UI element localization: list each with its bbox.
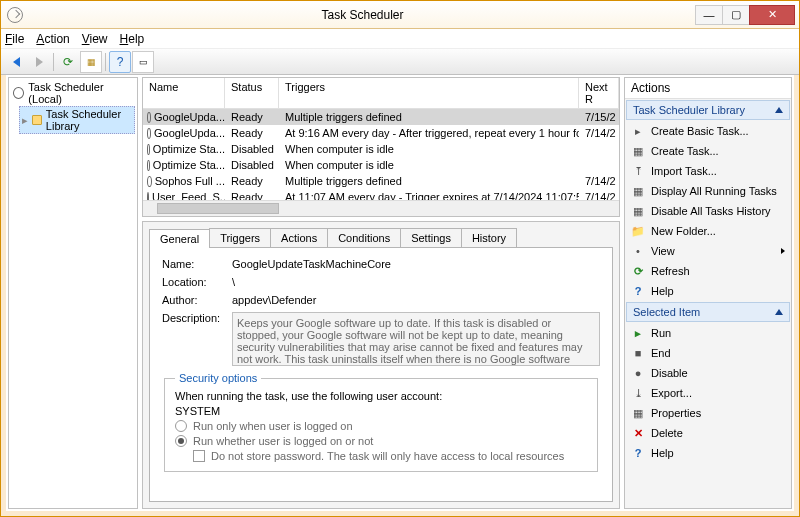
back-button[interactable] — [5, 51, 27, 73]
action-disable[interactable]: ●Disable — [625, 363, 791, 383]
security-account-line: When running the task, use the following… — [175, 390, 587, 402]
task-trigger: When computer is idle — [279, 159, 579, 171]
tab-general[interactable]: General — [149, 229, 210, 248]
action-end[interactable]: ■End — [625, 343, 791, 363]
toolbar-refresh-icon[interactable]: ⟳ — [57, 51, 79, 73]
task-list-header: Name Status Triggers Next R — [143, 78, 619, 109]
horizontal-scrollbar[interactable] — [143, 200, 619, 216]
action-label: Import Task... — [651, 165, 717, 177]
collapse-icon — [775, 309, 783, 315]
table-row[interactable]: GoogleUpda...ReadyMultiple triggers defi… — [143, 109, 619, 125]
action-create-task-[interactable]: ▦Create Task... — [625, 141, 791, 161]
action-help[interactable]: ?Help — [625, 281, 791, 301]
clock-icon — [13, 87, 24, 99]
task-trigger: At 9:16 AM every day - After triggered, … — [279, 127, 579, 139]
description-label: Description: — [162, 312, 232, 324]
task-next: 7/14/2 — [579, 191, 619, 200]
author-value: appdev\Defender — [232, 294, 600, 306]
task-trigger: Multiple triggers defined — [279, 111, 579, 123]
action-delete[interactable]: ✕Delete — [625, 423, 791, 443]
action-icon: ▦ — [631, 204, 645, 218]
action-view[interactable]: •View — [625, 241, 791, 261]
maximize-button[interactable]: ▢ — [722, 5, 750, 25]
action-label: Delete — [651, 427, 683, 439]
radio-icon — [175, 420, 187, 432]
action-label: Refresh — [651, 265, 690, 277]
table-row[interactable]: Optimize Sta...DisabledWhen computer is … — [143, 141, 619, 157]
window-title: Task Scheduler — [29, 8, 696, 22]
checkbox-no-password[interactable]: Do not store password. The task will onl… — [193, 450, 587, 462]
author-label: Author: — [162, 294, 232, 306]
toolbar-help-icon[interactable]: ? — [109, 51, 131, 73]
description-value[interactable]: Keeps your Google software up to date. I… — [232, 312, 600, 366]
security-options: Security options When running the task, … — [164, 372, 598, 472]
table-row[interactable]: User_Feed_S...ReadyAt 11:07 AM every day… — [143, 189, 619, 200]
tree-library[interactable]: ▸ Task Scheduler Library — [19, 106, 135, 134]
tab-settings[interactable]: Settings — [400, 228, 462, 247]
action-properties[interactable]: ▦Properties — [625, 403, 791, 423]
task-trigger: When computer is idle — [279, 143, 579, 155]
radio-always[interactable]: Run whether user is logged on or not — [175, 435, 587, 447]
forward-button[interactable] — [28, 51, 50, 73]
expand-icon[interactable]: ▸ — [22, 114, 28, 127]
action-export-[interactable]: ⤓Export... — [625, 383, 791, 403]
tab-conditions[interactable]: Conditions — [327, 228, 401, 247]
action-run[interactable]: ▸Run — [625, 323, 791, 343]
action-display-all-running-tasks[interactable]: ▦Display All Running Tasks — [625, 181, 791, 201]
action-icon: ● — [631, 366, 645, 380]
tree-root[interactable]: Task Scheduler (Local) — [11, 80, 135, 106]
menu-bar: File Action View Help — [1, 29, 799, 49]
tab-triggers[interactable]: Triggers — [209, 228, 271, 247]
close-button[interactable]: ✕ — [749, 5, 795, 25]
col-next[interactable]: Next R — [579, 78, 619, 108]
toolbar-properties-icon[interactable]: ▦ — [80, 51, 102, 73]
location-label: Location: — [162, 276, 232, 288]
task-next: 7/14/2 — [579, 175, 619, 187]
action-icon: ▸ — [631, 326, 645, 340]
task-name: GoogleUpda... — [154, 127, 225, 139]
table-row[interactable]: GoogleUpda...ReadyAt 9:16 AM every day -… — [143, 125, 619, 141]
collapse-icon — [775, 107, 783, 113]
action-label: Disable — [651, 367, 688, 379]
name-value: GoogleUpdateTaskMachineCore — [232, 258, 600, 270]
actions-header: Actions — [625, 78, 791, 99]
action-label: End — [651, 347, 671, 359]
arrow-right-icon — [36, 57, 43, 67]
task-name: GoogleUpda... — [154, 111, 225, 123]
table-row[interactable]: Optimize Sta...DisabledWhen computer is … — [143, 157, 619, 173]
col-triggers[interactable]: Triggers — [279, 78, 579, 108]
action-label: Disable All Tasks History — [651, 205, 771, 217]
clock-icon — [147, 112, 151, 123]
action-label: Run — [651, 327, 671, 339]
tree-root-label: Task Scheduler (Local) — [28, 81, 133, 105]
col-status[interactable]: Status — [225, 78, 279, 108]
action-new-folder-[interactable]: 📁New Folder... — [625, 221, 791, 241]
radio-icon — [175, 435, 187, 447]
action-help[interactable]: ?Help — [625, 443, 791, 463]
radio-logged-on[interactable]: Run only when user is logged on — [175, 420, 587, 432]
col-name[interactable]: Name — [143, 78, 225, 108]
menu-action[interactable]: Action — [36, 32, 69, 46]
action-icon: ✕ — [631, 426, 645, 440]
actions-section-library[interactable]: Task Scheduler Library — [626, 100, 790, 120]
chevron-right-icon — [781, 248, 785, 254]
minimize-button[interactable]: — — [695, 5, 723, 25]
action-icon: ▦ — [631, 184, 645, 198]
tab-actions[interactable]: Actions — [270, 228, 328, 247]
actions-section-selected[interactable]: Selected Item — [626, 302, 790, 322]
task-list[interactable]: Name Status Triggers Next R GoogleUpda..… — [142, 77, 620, 217]
action-import-task-[interactable]: ⤒Import Task... — [625, 161, 791, 181]
table-row[interactable]: Sophos Full ...ReadyMultiple triggers de… — [143, 173, 619, 189]
nav-tree[interactable]: Task Scheduler (Local) ▸ Task Scheduler … — [8, 77, 138, 509]
folder-icon — [32, 115, 42, 125]
action-icon: ▦ — [631, 406, 645, 420]
menu-file[interactable]: File — [5, 32, 24, 46]
menu-help[interactable]: Help — [120, 32, 145, 46]
action-create-basic-task-[interactable]: ▸Create Basic Task... — [625, 121, 791, 141]
toolbar-btn[interactable]: ▭ — [132, 51, 154, 73]
action-icon: ⤓ — [631, 386, 645, 400]
action-refresh[interactable]: ⟳Refresh — [625, 261, 791, 281]
tab-history[interactable]: History — [461, 228, 517, 247]
action-disable-all-tasks-history[interactable]: ▦Disable All Tasks History — [625, 201, 791, 221]
menu-view[interactable]: View — [82, 32, 108, 46]
